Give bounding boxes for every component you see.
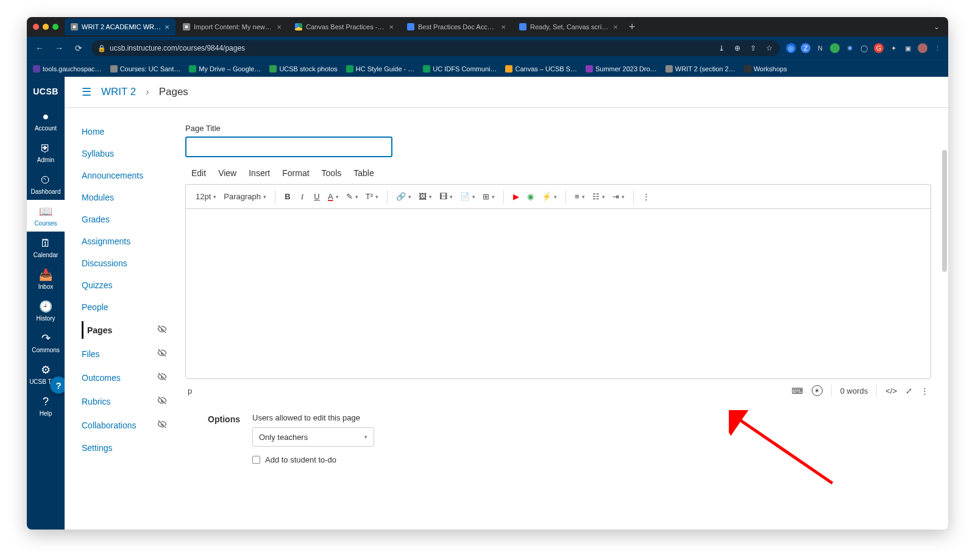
bookmark-item[interactable]: Workshops	[744, 65, 787, 73]
browser-tab[interactable]: WRIT 2 ACADEMIC WRITING:✕	[65, 18, 176, 35]
zoom-icon[interactable]: ⊕	[732, 44, 742, 52]
reload-button[interactable]: ⟳	[72, 43, 85, 53]
extension-icon[interactable]: ✱	[845, 43, 854, 53]
extension-icon[interactable]: ◎	[786, 43, 796, 53]
bookmark-item[interactable]: UCSB stock photos	[269, 65, 337, 73]
course-nav-pages[interactable]: Pages	[82, 321, 167, 339]
bookmark-item[interactable]: My Drive – Google…	[189, 65, 261, 73]
rce-content-area[interactable]	[185, 208, 931, 379]
image-button[interactable]: 🖼▾	[416, 192, 434, 201]
youtube-icon[interactable]: ▶	[510, 189, 522, 205]
global-nav-account[interactable]: ●Account	[27, 105, 65, 136]
close-tab-icon[interactable]: ✕	[613, 24, 618, 30]
extension-icon[interactable]: G	[874, 43, 884, 53]
browser-tab[interactable]: Canvas Best Practices - Canva✕	[289, 18, 400, 35]
course-nav-assignments[interactable]: Assignments	[82, 233, 167, 249]
bookmark-item[interactable]: WRIT 2 (section 2…	[665, 65, 736, 73]
course-nav-syllabus[interactable]: Syllabus	[82, 146, 167, 161]
rce-menu-view[interactable]: View	[218, 168, 236, 178]
font-size-dropdown[interactable]: 12pt▾	[193, 192, 219, 201]
course-nav-people[interactable]: People	[82, 299, 167, 315]
edit-permissions-select[interactable]: Only teachers ▾	[252, 427, 374, 447]
bold-button[interactable]: B	[282, 189, 294, 205]
global-nav-commons[interactable]: ↷Commons	[27, 327, 65, 358]
share-icon[interactable]: ⇪	[748, 44, 758, 52]
bookmark-item[interactable]: Canvas – UCSB S…	[505, 65, 576, 73]
superscript-button[interactable]: T²▾	[363, 192, 381, 201]
breadcrumb-course-link[interactable]: WRIT 2	[101, 86, 136, 98]
align-button[interactable]: ≡▾	[572, 192, 587, 201]
bookmark-item[interactable]: Summer 2023 Dro…	[586, 65, 657, 73]
plugin-dropdown[interactable]: ⚡▾	[539, 192, 559, 201]
bookmark-item[interactable]: Courses: UC Sant…	[110, 65, 181, 73]
side-panel-icon[interactable]: ▣	[903, 43, 913, 53]
course-nav-toggle-icon[interactable]: ☰	[82, 85, 91, 99]
bookmark-star-icon[interactable]: ☆	[764, 44, 774, 52]
course-nav-home[interactable]: Home	[82, 124, 167, 140]
italic-button[interactable]: I	[296, 189, 308, 205]
rce-menu-tools[interactable]: Tools	[322, 168, 342, 178]
keyboard-shortcuts-icon[interactable]: ⌨	[792, 386, 803, 395]
course-nav-grades[interactable]: Grades	[82, 211, 167, 227]
global-nav-inbox[interactable]: 📥Inbox	[27, 263, 65, 295]
minimize-window-icon[interactable]	[43, 24, 49, 30]
extension-icon[interactable]: Z	[801, 43, 810, 53]
extensions-puzzle-icon[interactable]: ✦	[888, 43, 898, 53]
browser-tab[interactable]: Best Practices Doc Accessibilit✕	[401, 18, 512, 35]
tabstrip-expand-icon[interactable]: ⌄	[929, 23, 945, 31]
accessibility-checker-icon[interactable]: ✶	[812, 385, 823, 396]
course-nav-rubrics[interactable]: Rubrics	[82, 392, 167, 410]
maximize-window-icon[interactable]	[52, 24, 58, 30]
extension-icon[interactable]: N	[815, 43, 825, 53]
global-nav-calendar[interactable]: 🗓Calendar	[27, 232, 65, 263]
todo-checkbox[interactable]	[252, 456, 260, 464]
panopto-icon[interactable]: ◉	[525, 189, 537, 205]
link-button[interactable]: 🔗▾	[394, 192, 414, 201]
profile-avatar[interactable]	[918, 43, 927, 53]
apps-button[interactable]: ⊞▾	[480, 192, 497, 201]
close-tab-icon[interactable]: ✕	[501, 24, 506, 30]
html-editor-icon[interactable]: </>	[885, 386, 897, 395]
more-toolbar-icon[interactable]: ⋮	[640, 189, 653, 205]
scrollbar[interactable]	[942, 150, 947, 272]
install-app-icon[interactable]: ⤓	[717, 44, 726, 52]
rce-menu-edit[interactable]: Edit	[191, 168, 206, 178]
global-nav-admin[interactable]: ⛨Admin	[27, 136, 65, 168]
new-tab-button[interactable]: +	[624, 21, 640, 34]
bookmark-item[interactable]: tools.gauchospac…	[33, 65, 102, 73]
browser-tab[interactable]: Ready, Set, Canvas script - Go✕	[513, 18, 624, 35]
extension-icon[interactable]: ◯	[859, 43, 869, 53]
document-button[interactable]: 📄▾	[458, 192, 478, 201]
extension-icon[interactable]	[830, 43, 840, 53]
indent-button[interactable]: ⇥▾	[610, 192, 627, 201]
chrome-menu-icon[interactable]: ⋮	[932, 43, 942, 53]
course-nav-outcomes[interactable]: Outcomes	[82, 369, 167, 386]
bookmark-item[interactable]: HC Style Guide - …	[346, 65, 415, 73]
back-button[interactable]: ←	[33, 43, 46, 53]
fullscreen-icon[interactable]: ⤢	[906, 386, 912, 395]
rce-menu-table[interactable]: Table	[353, 168, 374, 178]
close-window-icon[interactable]	[33, 24, 39, 30]
text-color-button[interactable]: A▾	[325, 192, 341, 201]
ucsb-logo[interactable]: UCSB	[33, 77, 58, 105]
course-nav-announcements[interactable]: Announcements	[82, 168, 167, 183]
block-format-dropdown[interactable]: Paragraph▾	[221, 192, 269, 201]
underline-button[interactable]: U	[311, 189, 323, 205]
media-button[interactable]: 🎞▾	[437, 192, 455, 201]
address-bar[interactable]: 🔒 ucsb.instructure.com/courses/9844/page…	[91, 40, 780, 56]
global-nav-help[interactable]: ?Help	[27, 390, 65, 422]
rce-menu-insert[interactable]: Insert	[249, 168, 270, 178]
forward-button[interactable]: →	[52, 43, 66, 53]
global-nav-history[interactable]: 🕘History	[27, 295, 65, 327]
highlight-color-button[interactable]: ✎▾	[344, 192, 361, 201]
global-nav-dashboard[interactable]: ⏲Dashboard	[27, 168, 65, 200]
close-tab-icon[interactable]: ✕	[389, 24, 394, 30]
global-nav-courses[interactable]: 📖Courses	[27, 200, 65, 232]
rce-menu-format[interactable]: Format	[282, 168, 309, 178]
course-nav-quizzes[interactable]: Quizzes	[82, 277, 167, 293]
word-count[interactable]: 0 words	[840, 386, 868, 395]
browser-tab[interactable]: Import Content: My new cours✕	[177, 18, 288, 35]
close-tab-icon[interactable]: ✕	[165, 24, 169, 30]
close-tab-icon[interactable]: ✕	[277, 24, 282, 30]
page-title-input[interactable]	[185, 136, 392, 157]
